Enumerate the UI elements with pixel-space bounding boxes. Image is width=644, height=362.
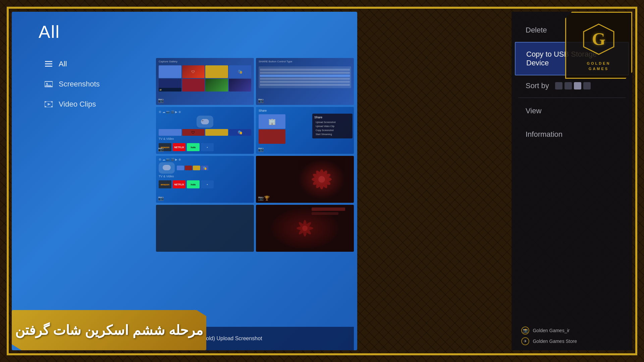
sidebar: All Screenshots: [39, 55, 146, 116]
sort-dot-1: [555, 82, 562, 89]
gallery-grid: Capture Gallery 🛡 🎭 📁: [156, 58, 354, 252]
cell6-trophy: 🏆: [264, 195, 270, 201]
gallery-cell-1[interactable]: Capture Gallery 🛡 🎭 📁: [156, 58, 254, 105]
svg-point-22: [318, 176, 325, 183]
social-item-telegram: ✈ Golden Games Store: [521, 337, 577, 345]
cell5-tv-label: TV & Video: [159, 175, 251, 178]
share-overlay-title: Share: [314, 116, 351, 119]
cell2-header: SHARE Button Control Type: [259, 60, 292, 63]
gallery-cell-5[interactable]: ⚙ ☁ 📷 🎬 ▶ ⊕: [156, 156, 254, 203]
title-bar: All: [12, 12, 357, 49]
sort-by-label: Sort by: [526, 81, 549, 90]
flower-decoration-1: [256, 156, 354, 203]
flower-decoration-2: [256, 205, 354, 252]
list-icon: [44, 59, 53, 69]
svg-rect-9: [51, 106, 53, 107]
svg-rect-30: [312, 212, 338, 215]
svg-rect-29: [312, 207, 345, 211]
bottom-banner-text: مرحله ششم اسکرین شات گرفتن: [15, 322, 203, 338]
sidebar-item-video-clips[interactable]: Video Clips: [39, 96, 146, 113]
svg-rect-6: [45, 101, 46, 103]
image-icon: [44, 79, 53, 89]
blue-app: +: [201, 143, 214, 151]
cell1-screenshot-icon: 📷: [158, 98, 164, 103]
cell5-apps: amazon NETFLIX hulu +: [159, 180, 251, 188]
gallery-cell-2[interactable]: SHARE Button Control Type 📷: [256, 58, 354, 105]
view-label: View: [526, 107, 541, 115]
logo-hex: G: [579, 19, 619, 59]
share-overlay-menu: Share Upload Screenshot Upload Video Cli…: [312, 114, 353, 138]
cell2-icon: 📷: [258, 98, 264, 103]
svg-rect-7: [51, 101, 53, 103]
share-option-1: Upload Screenshot: [314, 120, 351, 124]
sort-dot-3: [574, 82, 581, 89]
social-item-instagram: 📸 Golden Games_ir: [521, 326, 577, 335]
svg-marker-10: [48, 103, 51, 106]
cell3-tv-label: TV & Video: [159, 137, 251, 140]
cell5-netflix: NETFLIX: [173, 180, 185, 188]
sidebar-item-all-label: All: [59, 60, 67, 68]
cell2-settings: [259, 66, 351, 88]
cell5-amazon: amazon: [159, 180, 171, 188]
context-menu-divider: [518, 98, 626, 98]
cell1-header: Capture Gallery: [159, 60, 177, 63]
hulu-app: hulu: [187, 143, 200, 151]
sidebar-item-screenshots[interactable]: Screenshots: [39, 75, 146, 93]
instagram-icon: 📸: [521, 326, 529, 335]
sort-dots: [555, 82, 591, 89]
svg-rect-13: [202, 120, 203, 121]
bottom-banner: مرحله ششم اسکرین شات گرفتن: [12, 310, 206, 350]
telegram-icon: ✈: [521, 337, 529, 345]
film-icon: [44, 100, 53, 109]
svg-rect-1: [45, 63, 52, 64]
social-bar: 📸 Golden Games_ir ✈ Golden Games Store: [521, 326, 577, 345]
gallery-cell-6[interactable]: 📷 🏆: [256, 156, 354, 203]
svg-rect-0: [45, 61, 52, 62]
cell6-icon: 📷: [258, 195, 264, 201]
logo-line2: GAMES: [587, 66, 610, 72]
context-menu-information[interactable]: Information: [515, 123, 629, 146]
share-option-2: Upload Video Clip: [314, 124, 351, 128]
cell5-hulu: hulu: [187, 180, 200, 188]
gallery-cell-8[interactable]: [256, 205, 354, 252]
cell5-icon: 📷: [158, 195, 164, 201]
information-label: Information: [526, 130, 562, 138]
sidebar-item-screenshots-label: Screenshots: [59, 80, 100, 88]
sidebar-item-video-clips-label: Video Clips: [59, 100, 96, 109]
gallery-cell-3[interactable]: ⚙ ☁ 📷 🎬 ▶ ⊕ 🛡: [156, 107, 254, 154]
logo-text: GOLDEN GAMES: [587, 61, 610, 72]
share-option-3: Copy Screenshot: [314, 128, 351, 132]
gallery-area: Capture Gallery 🛡 🎭 📁: [156, 55, 354, 323]
svg-rect-14: [163, 165, 171, 170]
sort-dot-2: [565, 82, 572, 89]
cell3-icon: 📷: [158, 146, 164, 152]
logo-container: G GOLDEN GAMES: [565, 12, 632, 79]
sort-dot-4: [583, 82, 591, 89]
delete-label: Delete: [526, 26, 547, 34]
svg-rect-2: [45, 66, 52, 67]
cell4-icon: 📷: [258, 146, 264, 152]
logo-line1: GOLDEN: [587, 61, 610, 66]
share-option-4: Start Streaming: [314, 132, 351, 136]
telegram-label: Golden Games Store: [533, 339, 577, 344]
cell3-apps: amazon NETFLIX hulu +: [159, 143, 251, 151]
sidebar-item-all[interactable]: All: [39, 55, 146, 73]
logo-letter: G: [592, 29, 605, 49]
svg-point-28: [302, 226, 308, 231]
page-title: All: [39, 22, 340, 42]
svg-rect-11: [201, 119, 209, 124]
ps4-ui-panel: All All Screenshots: [12, 12, 357, 350]
cell5-blue: +: [201, 180, 214, 188]
svg-rect-8: [45, 106, 46, 107]
gallery-cell-4[interactable]: Share 🏢 Share Upload Screenshot Upload V…: [256, 107, 354, 154]
gallery-cell-7[interactable]: [156, 205, 254, 252]
netflix-app: NETFLIX: [173, 143, 185, 151]
context-menu-view[interactable]: View: [515, 99, 629, 123]
instagram-label: Golden Games_ir: [533, 328, 570, 333]
